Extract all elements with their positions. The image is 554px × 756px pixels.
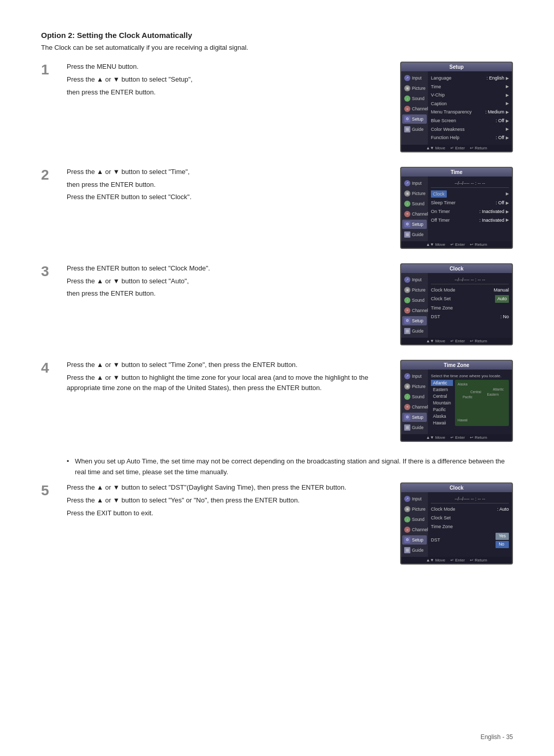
row-label-6: Color Weakness	[431, 126, 465, 133]
step-text-3: Press the ENTER button to select "Clock …	[67, 263, 390, 301]
tv-sidebar-label-setup: Setup	[412, 537, 423, 542]
tv-sidebar-icon-sound: ♪	[404, 95, 410, 102]
row-value-container-0: Manual	[493, 287, 509, 294]
tv-sidebar-icon-guide: ▦	[404, 424, 410, 431]
row-value-container-4: : Medium ▶	[485, 109, 509, 115]
tv-sidebar-icon-sound: ♪	[404, 394, 410, 400]
row-label-3: Off Timer	[431, 217, 450, 224]
tv-sidebar-label-guide: Guide	[412, 127, 424, 132]
footer-text: English - 35	[481, 733, 513, 741]
row-value-container-5: : Off ▶	[496, 118, 509, 124]
tv-sidebar-icon-picture: ▣	[404, 506, 410, 512]
tv-sidebar-label-channel: Channel	[412, 211, 428, 217]
tv-enter-label: ↵ Enter	[450, 146, 465, 150]
instruction-line: then press the ENTER button.	[67, 87, 390, 98]
tv-row-0: Clock ▶	[431, 189, 509, 199]
tv-sidebar-item-picture: ▣ Picture	[402, 285, 427, 295]
tv-row-0: Clock Mode : Auto	[431, 505, 509, 514]
tv-screen-step-5: Clock ↗ Input ▣ Picture ♪ Sound ≡ Channe…	[400, 482, 513, 565]
step-screen-4: Time Zone ↗ Input ▣ Picture ♪ Sound ≡ Ch…	[400, 360, 513, 442]
tv-sidebar-icon-guide: ▦	[404, 547, 410, 553]
row-value-container-6: ▶	[504, 126, 509, 132]
tv-row-3: Caption ▶	[431, 100, 509, 108]
instruction-line: Press the ▲ or ▼ button to select "Time …	[67, 360, 390, 371]
row-value-container-1: Auto	[495, 295, 509, 303]
instruction-line: Press the ▲ or ▼ button to highlight the…	[67, 373, 390, 394]
tv-sidebar-label-input: Input	[412, 277, 422, 282]
row-label-1: Sleep Timer	[431, 200, 456, 206]
tv-sidebar-icon-picture: ▣	[404, 190, 410, 197]
instruction-line: Press the EXIT button to exit.	[67, 508, 390, 519]
row-arrow-1: ▶	[506, 84, 509, 89]
tv-sidebar-label-guide: Guide	[412, 232, 424, 237]
row-arrow-7: ▶	[506, 135, 509, 141]
tv-sidebar-item-sound: ♪ Sound	[402, 392, 427, 401]
tv-sidebar-label-setup: Setup	[412, 117, 423, 122]
tv-move-label: ▲▼ Move	[426, 146, 445, 150]
tv-sidebar-item-picture: ▣ Picture	[402, 84, 427, 93]
tv-sidebar-item-picture: ▣ Picture	[402, 189, 427, 198]
tv-sidebar-icon-channel: ≡	[404, 307, 410, 314]
row-arrow-6: ▶	[506, 126, 509, 132]
tv-sidebar-label-guide: Guide	[412, 328, 424, 334]
row-value-container-1: : Off ▶	[496, 200, 509, 206]
row-value-1: : Off	[496, 200, 504, 206]
page-container: Option 2: Setting the Clock Automaticall…	[0, 0, 554, 610]
tv-sidebar-icon-sound: ♪	[404, 516, 410, 522]
step-screen-3: Clock ↗ Input ▣ Picture ♪ Sound ≡ Channe…	[400, 263, 513, 345]
tv-sidebar-item-sound: ♪ Sound	[402, 515, 427, 524]
row-value-5: : Off	[496, 118, 504, 124]
row-value-container-3: Yes No	[496, 532, 509, 548]
row-value-0: : English	[486, 75, 504, 82]
step-text-5: Press the ▲ or ▼ button to select "DST"(…	[67, 482, 390, 520]
tv-sidebar-icon-input: ↗	[404, 75, 410, 81]
row-value-7: : Off	[496, 134, 504, 141]
tv-sidebar-item-sound: ♪ Sound	[402, 94, 427, 103]
tv-title-bar: Clock	[401, 483, 512, 492]
row-arrow-0: ▶	[506, 75, 509, 81]
tv-sidebar-label-picture: Picture	[412, 191, 425, 196]
tv-sidebar-icon-setup: ⚙	[404, 221, 410, 227]
step-number-1: 1	[41, 63, 56, 77]
tz-item-atlantic: Atlantic	[431, 380, 453, 386]
tv-enter-label: ↵ Enter	[450, 339, 465, 343]
instruction-line: Press the ▲ or ▼ button to select "Auto"…	[67, 276, 390, 287]
tv-screen-step-2: Time ↗ Input ▣ Picture ♪ Sound ≡ Channel…	[400, 167, 513, 249]
tv-sidebar-label-channel: Channel	[412, 404, 428, 410]
tv-body: ↗ Input ▣ Picture ♪ Sound ≡ Channel ⚙ Se…	[401, 370, 512, 434]
instruction-line: then press the ENTER button.	[67, 180, 390, 190]
tz-map: Alaska Atlantic Eastern Central Pacific …	[455, 380, 509, 426]
instruction-line: Press the ▲ or ▼ button to select "Setup…	[67, 74, 390, 85]
tv-sidebar-item-input: ↗ Input	[402, 179, 427, 188]
bullet-text: When you set up Auto Time, the set time …	[67, 456, 513, 478]
row-label-5: Blue Screen	[431, 118, 456, 124]
row-label-3: DST	[431, 537, 440, 544]
row-value-container-2: : Inactivated ▶	[479, 208, 509, 215]
tv-row-1: Sleep Timer : Off ▶	[431, 199, 509, 207]
tv-row-5: Blue Screen : Off ▶	[431, 117, 509, 125]
row-label-2: On Timer	[431, 208, 450, 215]
step-text-4: Press the ▲ or ▼ button to select "Time …	[67, 360, 390, 396]
row-value-container-0: ▶	[504, 191, 509, 197]
tv-return-label: ↩ Return	[470, 339, 487, 343]
tv-row-1: Time ▶	[431, 83, 509, 91]
tv-sidebar-label-channel: Channel	[412, 106, 428, 111]
tv-sidebar-item-setup: ⚙ Setup	[402, 316, 427, 325]
row-value-container-1: ▶	[504, 84, 509, 89]
clock-mode-value-1: Auto	[495, 295, 509, 303]
page-footer: English - 35	[481, 733, 513, 741]
row-label-2: V-Chip	[431, 92, 445, 99]
tv-body: ↗ Input ▣ Picture ♪ Sound ≡ Channel ⚙ Se…	[401, 71, 512, 145]
row-value-container-7: : Off ▶	[496, 134, 509, 141]
dst-yes: Yes	[496, 533, 509, 540]
step-screen-2: Time ↗ Input ▣ Picture ♪ Sound ≡ Channel…	[400, 167, 513, 249]
instruction-line: Press the ENTER button to select "Clock …	[67, 263, 390, 274]
steps-container: 1 Press the MENU button.Press the ▲ or ▼…	[41, 62, 513, 565]
step-row-4: 4 Press the ▲ or ▼ button to select "Tim…	[41, 360, 513, 442]
tv-sidebar-label-sound: Sound	[412, 96, 425, 101]
tv-sidebar-icon-guide: ▦	[404, 231, 410, 238]
tv-body: ↗ Input ▣ Picture ♪ Sound ≡ Channel ⚙ Se…	[401, 492, 512, 557]
map-label-eastern: Eastern	[487, 393, 499, 396]
tv-sidebar-icon-setup: ⚙	[404, 414, 410, 420]
tz-item-eastern: Eastern	[431, 386, 453, 393]
